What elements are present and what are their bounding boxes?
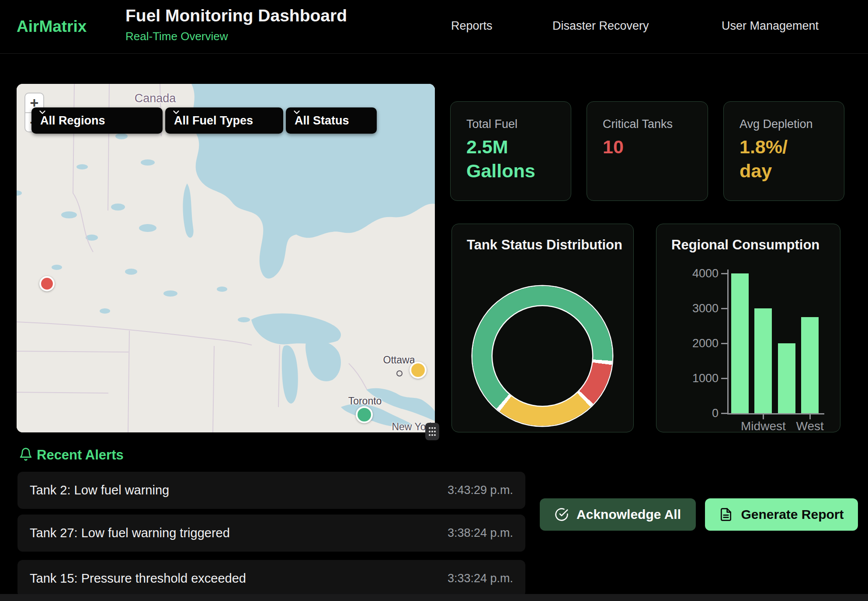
- alert-text: Tank 27: Low fuel warning triggered: [30, 515, 230, 552]
- bottom-strip: [0, 594, 868, 601]
- y-axis-tick-label: 3000: [669, 301, 719, 316]
- donut-chart: [472, 286, 612, 426]
- acknowledge-all-label: Acknowledge All: [576, 507, 681, 522]
- map-label-toronto: Toronto: [348, 395, 382, 407]
- recent-alerts-title: Recent Alerts: [37, 447, 124, 463]
- fuel-type-filter-value: All Fuel Types: [174, 114, 253, 128]
- y-axis-tick: [721, 378, 727, 379]
- status-filter-select[interactable]: All Status: [286, 107, 377, 134]
- critical-tanks-card: Critical Tanks 10: [587, 101, 708, 201]
- chevron-down-icon: [38, 107, 47, 117]
- ottawa-city-symbol: [396, 370, 403, 376]
- bar: [801, 317, 819, 413]
- nav-disaster-recovery[interactable]: Disaster Recovery: [552, 19, 649, 33]
- avg-depletion-label: Avg Depletion: [740, 117, 813, 131]
- tank-status-distribution-card: Tank Status Distribution: [451, 224, 634, 432]
- total-fuel-card: Total Fuel 2.5MGallons: [450, 101, 571, 201]
- region-filter-select[interactable]: All Regions: [31, 107, 163, 134]
- check-circle-icon: [555, 508, 569, 522]
- grip-dots: [428, 426, 437, 437]
- x-axis-tick: [809, 414, 811, 419]
- y-axis-tick: [721, 273, 727, 274]
- alert-text: Tank 15: Pressure threshold exceeded: [30, 560, 246, 597]
- bar: [754, 308, 772, 413]
- total-fuel-value: 2.5MGallons: [466, 135, 535, 183]
- y-axis-tick-label: 2000: [669, 336, 719, 351]
- tank-marker-red[interactable]: [39, 276, 55, 291]
- generate-report-label: Generate Report: [741, 507, 844, 522]
- alert-row[interactable]: Tank 27: Low fuel warning triggered 3:38…: [17, 515, 525, 552]
- chevron-down-icon: [171, 107, 181, 117]
- y-axis-tick-label: 0: [669, 406, 719, 421]
- bar-plot: 01000200030004000MidwestWest: [656, 224, 841, 433]
- alert-text: Tank 2: Low fuel warning: [30, 472, 169, 509]
- nav-user-management[interactable]: User Management: [722, 19, 819, 33]
- bar: [731, 273, 749, 413]
- fuel-type-filter-select[interactable]: All Fuel Types: [165, 107, 283, 134]
- avg-depletion-value: 1.8%/day: [740, 135, 788, 183]
- generate-report-button[interactable]: Generate Report: [705, 498, 858, 531]
- critical-tanks-value: 10: [603, 135, 624, 159]
- tank-marker-green[interactable]: [356, 406, 373, 423]
- x-axis-tick-label: West: [796, 419, 824, 433]
- status-filter-value: All Status: [295, 114, 349, 128]
- drag-grip-icon[interactable]: [425, 423, 439, 440]
- alert-time: 3:38:24 p.m.: [448, 515, 513, 552]
- bell-icon: [19, 447, 33, 461]
- total-fuel-label: Total Fuel: [466, 117, 517, 131]
- x-axis-tick-label: Midwest: [741, 419, 786, 433]
- header: AirMatrix Fuel Monitoring Dashboard Real…: [0, 0, 868, 54]
- map[interactable]: Canada Ottawa Toronto New York + − All R…: [17, 84, 435, 432]
- acknowledge-all-button[interactable]: Acknowledge All: [540, 498, 696, 531]
- regional-consumption-card: 01000200030004000MidwestWest Regional Co…: [656, 224, 840, 432]
- page-subtitle: Real-Time Overview: [125, 30, 228, 43]
- x-axis-tick: [763, 414, 764, 419]
- fuel-monitoring-dashboard: AirMatrix Fuel Monitoring Dashboard Real…: [0, 0, 868, 601]
- y-axis-line: [727, 269, 729, 414]
- brand-logo[interactable]: AirMatrix: [17, 17, 87, 36]
- chevron-down-icon: [292, 107, 302, 117]
- y-axis-tick: [721, 413, 727, 414]
- y-axis-tick-label: 4000: [669, 266, 719, 281]
- map-label-canada: Canada: [135, 92, 176, 105]
- page-title: Fuel Monitoring Dashboard: [125, 6, 347, 25]
- donut-chart-title: Tank Status Distribution: [467, 237, 622, 253]
- nav-reports[interactable]: Reports: [451, 19, 493, 33]
- region-filter-value: All Regions: [40, 114, 105, 128]
- tank-marker-yellow[interactable]: [410, 362, 427, 379]
- avg-depletion-card: Avg Depletion 1.8%/day: [723, 101, 844, 201]
- y-axis-tick-label: 1000: [669, 371, 719, 386]
- alert-row[interactable]: Tank 15: Pressure threshold exceeded 3:3…: [17, 560, 525, 597]
- bar-chart-title: Regional Consumption: [671, 237, 819, 253]
- map-canvas: [17, 84, 435, 432]
- donut-hole: [493, 306, 592, 406]
- critical-tanks-label: Critical Tanks: [603, 117, 673, 131]
- map-label-ottawa: Ottawa: [383, 354, 415, 366]
- alert-time: 3:43:29 p.m.: [448, 472, 513, 509]
- file-text-icon: [719, 508, 733, 522]
- y-axis-tick: [721, 308, 727, 309]
- alert-row[interactable]: Tank 2: Low fuel warning 3:43:29 p.m.: [17, 472, 525, 509]
- alert-time: 3:33:24 p.m.: [448, 560, 513, 597]
- y-axis-tick: [721, 343, 727, 344]
- bar: [778, 343, 795, 413]
